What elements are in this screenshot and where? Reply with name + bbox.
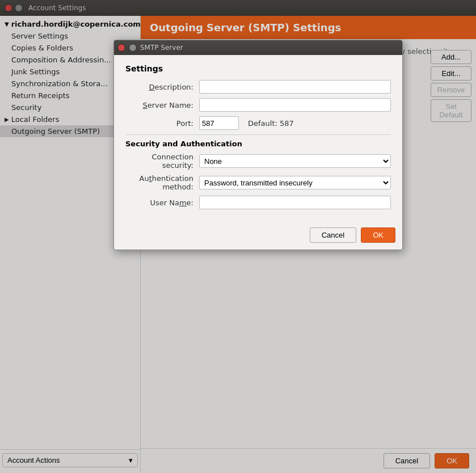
section-divider (125, 134, 391, 135)
username-input[interactable] (199, 196, 391, 209)
dialog-ok-button[interactable]: OK (361, 227, 395, 243)
description-label: Description: (125, 83, 199, 91)
security-section-title: Security and Authentication (125, 140, 391, 148)
server-name-row: Server Name: (125, 98, 391, 112)
default-text: Default: 587 (248, 119, 294, 128)
connection-security-select[interactable]: None STARTTLS SSL/TLS (199, 154, 391, 168)
auth-method-label: Authentication method: (125, 174, 199, 191)
dialog-body: Settings Description: Server Name: (114, 55, 402, 223)
username-label: User Name: (125, 199, 199, 207)
dialog-backdrop: SMTP Server Settings Description: Server… (0, 0, 476, 473)
dialog-min-button[interactable] (129, 44, 137, 52)
port-label: Port: (125, 119, 199, 128)
dialog-title: SMTP Server (140, 44, 183, 52)
settings-section-title: Settings (125, 64, 391, 73)
smtp-dialog: SMTP Server Settings Description: Server… (113, 40, 403, 250)
connection-security-row: Connection security: None STARTTLS SSL/T… (125, 153, 391, 170)
auth-method-select[interactable]: No authentication Password, transmitted … (199, 176, 391, 189)
auth-method-row: Authentication method: No authentication… (125, 174, 391, 191)
dialog-titlebar: SMTP Server (114, 40, 402, 55)
description-input[interactable] (199, 80, 391, 94)
dialog-cancel-button[interactable]: Cancel (310, 227, 356, 243)
dialog-close-button[interactable] (117, 44, 125, 52)
port-input-wrap: Default: 587 (199, 116, 294, 130)
server-name-input[interactable] (199, 98, 391, 112)
username-row: User Name: (125, 196, 391, 209)
main-window: Account Settings ▼ richard.hordijk@coper… (0, 0, 476, 473)
connection-security-label: Connection security: (125, 153, 199, 170)
server-name-label: Server Name: (125, 101, 199, 109)
port-row: Port: Default: 587 (125, 116, 391, 130)
port-input[interactable] (199, 116, 239, 130)
security-section: Security and Authentication Connection s… (125, 140, 391, 209)
dialog-buttons: Cancel OK (114, 223, 402, 250)
description-row: Description: (125, 80, 391, 94)
